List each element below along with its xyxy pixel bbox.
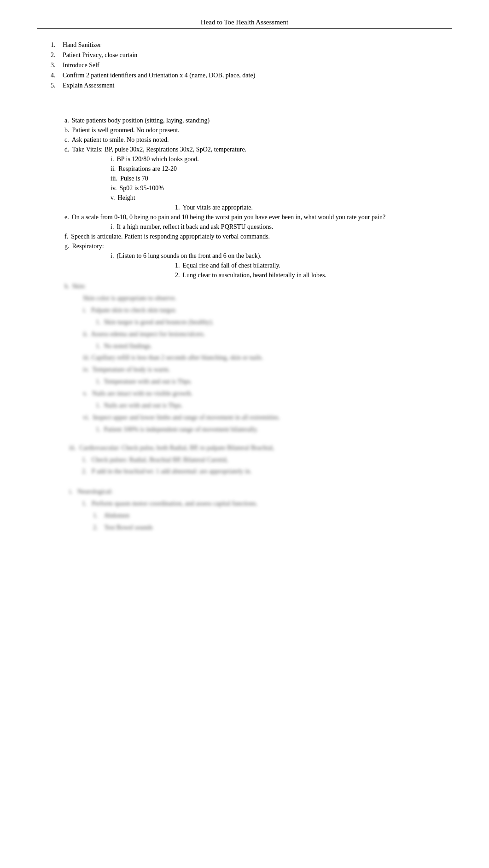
resp-2: 2. Lung clear to auscultation, heard bil… — [175, 272, 452, 279]
resp-sub2: 1. Equal rise and fall of chest bilatera… — [175, 262, 452, 279]
pain-roman-list: i. If a high number, reflect it back and… — [111, 223, 452, 231]
item-c: c. Ask patient to smile. No ptosis noted… — [64, 136, 452, 144]
vital-v: v. Height — [111, 194, 452, 202]
vitals-sub2: 1. Your vitals are appropriate. — [175, 204, 452, 211]
resp-1: 1. Equal rise and fall of chest bilatera… — [175, 262, 452, 269]
item-f: f. Speech is articulate. Patient is resp… — [64, 233, 452, 240]
respiratory-roman-list: i. (Listen to 6 lung sounds on the front… — [111, 252, 452, 279]
list-item-5: 5. Explain Assessment — [51, 82, 452, 89]
vital-iii: iii. Pulse is 70 — [111, 175, 452, 182]
vital-ii: ii. Respirations are 12-20 — [111, 165, 452, 173]
item-g: g. Respiratory: — [64, 243, 452, 250]
list-item-2: 2. Patient Privacy, close curtain — [51, 52, 452, 59]
item-k-blurred: iii. Cardiovascular: Check pulse, both R… — [64, 442, 452, 478]
list-item-3: 3. Introduce Self — [51, 62, 452, 69]
list-item-1: 1. Hand Sanitizer — [51, 41, 452, 49]
alpha-section: a. State patients body position (sitting… — [64, 117, 452, 534]
item-b: b. Patient is well groomed. No odor pres… — [64, 127, 452, 134]
intro-list: 1. Hand Sanitizer 2. Patient Privacy, cl… — [51, 41, 452, 89]
page-title: Head to Toe Health Assessment — [37, 18, 452, 29]
resp-i: i. (Listen to 6 lung sounds on the front… — [111, 252, 452, 260]
pain-i: i. If a high number, reflect it back and… — [111, 223, 452, 231]
item-h-blurred: h. Skin: Skin color is appropriate to ob… — [64, 283, 452, 436]
item-a: a. State patients body position (sitting… — [64, 117, 452, 124]
item-d: d. Take Vitals: BP, pulse 30x2, Respirat… — [64, 146, 452, 153]
list-item-4: 4. Confirm 2 patient identifiers and Ori… — [51, 72, 452, 79]
page-container: Head to Toe Health Assessment 1. Hand Sa… — [37, 18, 452, 534]
vital-iv: iv. Sp02 is 95-100% — [111, 185, 452, 192]
vitals-roman-list: i. BP is 120/80 which looks good. ii. Re… — [111, 156, 452, 211]
item-neuro-blurred: i. Neurological: 1. Perform spasm motor … — [64, 486, 452, 534]
vital-i: i. BP is 120/80 which looks good. — [111, 156, 452, 163]
vital-1: 1. Your vitals are appropriate. — [175, 204, 452, 211]
item-e: e. On a scale from 0-10, 0 being no pain… — [64, 214, 452, 221]
